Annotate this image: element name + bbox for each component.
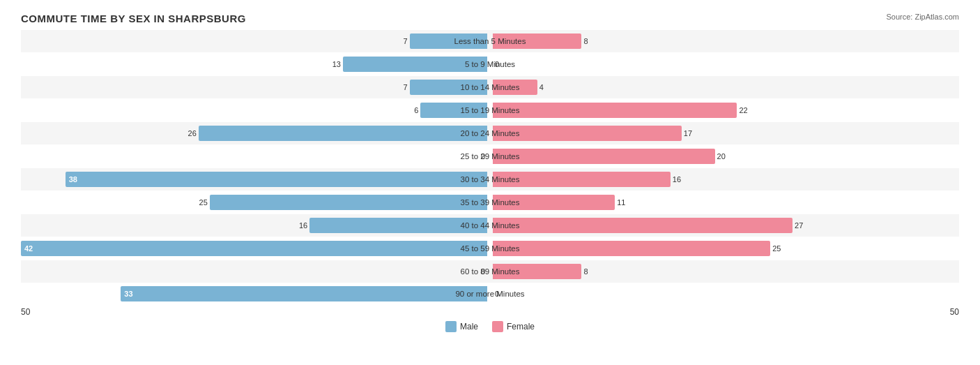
- male-value: 6: [414, 106, 418, 114]
- bar-row: 135 to 9 Minutes0: [21, 53, 959, 75]
- male-bar: 25: [210, 195, 487, 210]
- left-section: 13: [21, 57, 490, 72]
- bar-row: 025 to 29 Minutes20: [21, 145, 959, 167]
- male-bar: 38: [66, 172, 487, 187]
- female-value: 17: [684, 129, 692, 137]
- right-section: 4: [490, 80, 959, 95]
- male-value: 16: [299, 221, 307, 230]
- male-bar: 16: [309, 218, 487, 233]
- male-zero-label: 0: [481, 267, 485, 276]
- female-value: 25: [772, 244, 781, 253]
- female-bar: 8: [493, 33, 581, 49]
- left-section: 6: [21, 103, 490, 118]
- left-section: 0: [21, 152, 490, 161]
- right-section: 0: [490, 290, 959, 298]
- chart-container: COMMUTE TIME BY SEX IN SHARPSBURG Source…: [0, 0, 980, 365]
- right-section: 8: [490, 264, 959, 279]
- legend-female-label: Female: [507, 322, 535, 332]
- legend-female-box: [492, 321, 503, 332]
- female-bar: 17: [493, 126, 682, 141]
- legend-male-label: Male: [460, 322, 478, 332]
- bar-row: 3830 to 34 Minutes16: [21, 168, 959, 191]
- male-bar: 42: [21, 241, 487, 256]
- bar-row: 615 to 19 Minutes22: [21, 99, 959, 121]
- bar-row: 2535 to 39 Minutes11: [21, 191, 959, 214]
- male-zero-label: 0: [481, 152, 485, 161]
- male-bar: 26: [199, 126, 487, 141]
- left-section: 16: [21, 218, 490, 233]
- axis-bottom: 50 50: [21, 307, 959, 317]
- right-section: 0: [490, 60, 959, 68]
- left-section: 0: [21, 267, 490, 276]
- right-section: 17: [490, 126, 959, 141]
- chart-title: COMMUTE TIME BY SEX IN SHARPSBURG: [21, 13, 959, 24]
- bar-row: 4245 to 59 Minutes25: [21, 237, 959, 260]
- female-zero-label: 0: [495, 290, 499, 298]
- chart-area: 7Less than 5 Minutes8135 to 9 Minutes071…: [21, 30, 959, 306]
- left-section: 33: [21, 286, 490, 301]
- right-section: 20: [490, 149, 959, 164]
- right-section: 27: [490, 218, 959, 233]
- right-section: 22: [490, 103, 959, 118]
- male-bar: 7: [410, 80, 488, 95]
- female-bar: 27: [493, 218, 793, 233]
- bar-row: 1640 to 44 Minutes27: [21, 214, 959, 237]
- female-bar: 22: [493, 103, 737, 118]
- female-value: 20: [717, 152, 726, 161]
- female-value: 11: [617, 198, 625, 207]
- right-section: 11: [490, 195, 959, 210]
- source-text: Source: ZipAtlas.com: [886, 13, 959, 21]
- bar-row: 3390 or more Minutes0: [21, 283, 959, 305]
- axis-right-label: 50: [950, 307, 959, 317]
- female-value: 4: [539, 83, 544, 91]
- male-value: 38: [69, 175, 77, 184]
- female-value: 22: [739, 106, 747, 114]
- male-value: 7: [403, 83, 407, 91]
- male-value: 33: [124, 290, 132, 298]
- right-section: 16: [490, 172, 959, 187]
- legend: Male Female: [21, 321, 959, 332]
- female-bar: 11: [493, 195, 615, 210]
- bar-row: 7Less than 5 Minutes8: [21, 30, 959, 52]
- left-section: 25: [21, 195, 490, 210]
- male-bar: 33: [121, 286, 487, 301]
- left-section: 38: [21, 172, 490, 187]
- male-bar: 6: [420, 103, 487, 118]
- male-value: 13: [332, 60, 341, 68]
- left-section: 42: [21, 241, 490, 256]
- legend-male-box: [445, 321, 457, 332]
- male-bar: 13: [343, 57, 487, 72]
- female-bar: 16: [493, 172, 671, 187]
- axis-left-label: 50: [21, 307, 30, 317]
- male-value: 42: [24, 244, 33, 253]
- bar-row: 710 to 14 Minutes4: [21, 76, 959, 98]
- male-value: 25: [199, 198, 208, 207]
- right-section: 8: [490, 33, 959, 49]
- female-value: 8: [583, 267, 588, 276]
- bar-row: 2620 to 24 Minutes17: [21, 122, 959, 144]
- female-value: 27: [795, 221, 803, 230]
- male-bar: 7: [410, 33, 488, 49]
- legend-female: Female: [492, 321, 535, 332]
- bar-row: 060 to 89 Minutes8: [21, 260, 959, 283]
- right-section: 25: [490, 241, 959, 256]
- female-bar: 20: [493, 149, 715, 164]
- female-zero-label: 0: [495, 60, 499, 68]
- left-section: 7: [21, 33, 490, 49]
- male-value: 7: [403, 37, 407, 45]
- male-value: 26: [188, 129, 197, 137]
- female-bar: 4: [493, 80, 537, 95]
- left-section: 26: [21, 126, 490, 141]
- female-value: 8: [583, 37, 588, 45]
- left-section: 7: [21, 80, 490, 95]
- female-value: 16: [673, 175, 681, 184]
- female-bar: 25: [493, 241, 770, 256]
- legend-male: Male: [445, 321, 478, 332]
- female-bar: 8: [493, 264, 581, 279]
